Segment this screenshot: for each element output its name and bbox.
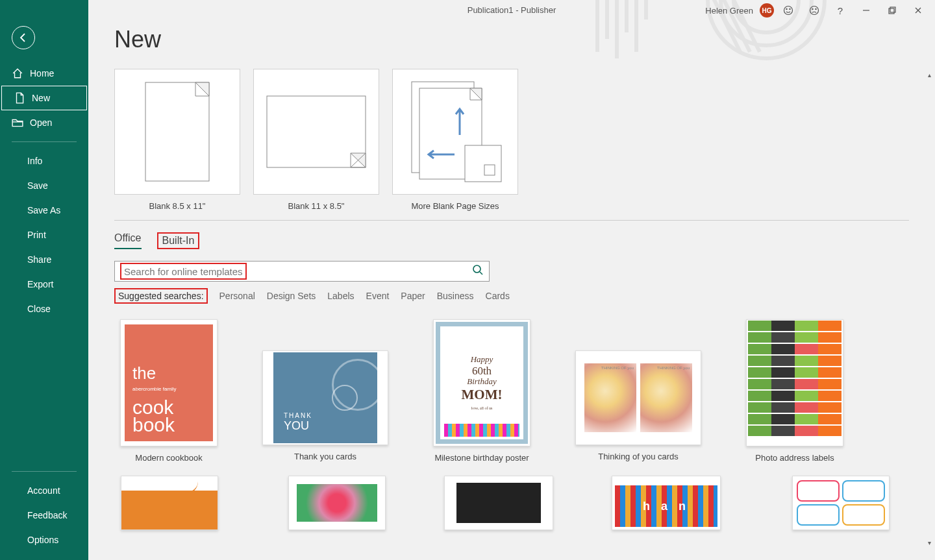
- svg-line-21: [480, 272, 482, 274]
- nav-print[interactable]: Print: [0, 223, 88, 247]
- template-partial[interactable]: [444, 476, 553, 530]
- art-text: the: [132, 363, 205, 383]
- art-text: book: [132, 414, 175, 435]
- svg-rect-18: [465, 145, 501, 182]
- divider: [12, 141, 77, 142]
- nav-options[interactable]: Options: [0, 528, 88, 552]
- nav-new[interactable]: New: [1, 86, 87, 110]
- thumbnail: THANK YOU: [262, 350, 388, 445]
- template-source-tabs: Office Built-In: [114, 232, 909, 249]
- suggested-event[interactable]: Event: [366, 291, 390, 301]
- template-label: Blank 11 x 8.5": [288, 201, 344, 211]
- bottom-nav: Account Feedback Options: [0, 471, 88, 552]
- thumbnail: [253, 69, 379, 195]
- blank-portrait-template[interactable]: Blank 8.5 x 11": [114, 69, 240, 211]
- search-icon[interactable]: [472, 264, 484, 278]
- template-label: Photo address labels: [755, 453, 834, 463]
- suggested-business[interactable]: Business: [437, 291, 474, 301]
- svg-rect-14: [145, 82, 209, 181]
- art-text: MOM!: [462, 387, 503, 402]
- thumbnail: the abercrombie family cookbook: [120, 319, 218, 446]
- search-placeholder: Search for online templates: [120, 263, 247, 280]
- art-text: Happy: [471, 355, 493, 365]
- template-label: Modern cookbook: [135, 453, 202, 463]
- thumbnail: Happy 60th Birthday MOM! love, all of us: [433, 319, 530, 446]
- template-partial[interactable]: [288, 476, 386, 530]
- tab-office[interactable]: Office: [114, 232, 142, 249]
- nav-save-as[interactable]: Save As: [0, 198, 88, 223]
- nav-label: Home: [30, 68, 54, 79]
- nav-close[interactable]: Close: [0, 297, 88, 321]
- suggested-cards[interactable]: Cards: [486, 291, 510, 301]
- nav-home[interactable]: Home: [0, 61, 88, 86]
- template-label: Thank you cards: [294, 452, 356, 461]
- backstage-sidebar: Home New Open Info Save Save As Print Sh…: [0, 0, 88, 560]
- divider: [114, 220, 909, 221]
- svg-rect-19: [484, 165, 495, 175]
- template-label: Blank 8.5 x 11": [149, 201, 205, 211]
- tab-builtin[interactable]: Built-In: [157, 232, 200, 249]
- template-thinking-of-you[interactable]: THINKING OF you THINKING OF you Thinking…: [575, 319, 701, 463]
- thumbnail: [114, 69, 240, 195]
- back-button[interactable]: [12, 26, 35, 49]
- template-label: Thinking of you cards: [598, 452, 679, 461]
- art-text: abercrombie family: [132, 386, 205, 392]
- document-icon: [14, 92, 25, 104]
- blank-landscape-template[interactable]: Blank 11 x 8.5": [253, 69, 379, 211]
- nav-share[interactable]: Share: [0, 247, 88, 272]
- art-text: THINKING OF you: [657, 366, 690, 370]
- art-text: THINKING OF you: [601, 366, 634, 370]
- thumbnail: THINKING OF you THINKING OF you: [575, 350, 701, 445]
- art-text: 60th: [472, 365, 492, 378]
- template-photo-address-labels[interactable]: Photo address labels: [740, 319, 849, 463]
- main-content: New Blank 8.5 x 11" Blank 11 x 8.5": [88, 0, 935, 560]
- suggested-searches: Suggested searches: Personal Design Sets…: [114, 288, 909, 304]
- divider: [12, 471, 77, 472]
- thumbnail: [392, 69, 518, 195]
- template-label: Milestone birthday poster: [434, 453, 529, 463]
- suggested-design-sets[interactable]: Design Sets: [267, 291, 316, 301]
- template-thank-you-cards[interactable]: THANK YOU Thank you cards: [262, 319, 388, 463]
- template-grid-row-2: h a n: [114, 476, 909, 530]
- more-page-sizes[interactable]: More Blank Page Sizes: [392, 69, 518, 211]
- template-milestone-birthday[interactable]: Happy 60th Birthday MOM! love, all of us…: [427, 319, 536, 463]
- template-modern-cookbook[interactable]: the abercrombie family cookbook Modern c…: [114, 319, 223, 463]
- thumbnail: [746, 319, 843, 446]
- nav-feedback[interactable]: Feedback: [0, 503, 88, 528]
- nav-save[interactable]: Save: [0, 173, 88, 198]
- folder-open-icon: [12, 117, 23, 128]
- scroll-down-arrow[interactable]: ▾: [923, 537, 935, 548]
- home-icon: [12, 67, 23, 79]
- nav-info[interactable]: Info: [0, 149, 88, 173]
- page-title: New: [114, 26, 909, 53]
- search-input[interactable]: Search for online templates: [114, 261, 490, 282]
- template-partial[interactable]: [792, 476, 890, 530]
- scroll-up-arrow[interactable]: ▴: [923, 69, 935, 80]
- template-label: More Blank Page Sizes: [411, 201, 499, 211]
- vertical-scrollbar[interactable]: ▴ ▾: [923, 69, 935, 548]
- suggested-paper[interactable]: Paper: [401, 291, 425, 301]
- suggested-label: Suggested searches:: [114, 288, 208, 304]
- art-text: YOU: [284, 419, 309, 433]
- suggested-labels[interactable]: Labels: [327, 291, 354, 301]
- art-text: Birthday: [467, 377, 497, 387]
- template-partial[interactable]: [121, 476, 218, 530]
- nav-account[interactable]: Account: [0, 478, 88, 503]
- nav-export[interactable]: Export: [0, 272, 88, 297]
- nav-label: New: [32, 93, 50, 103]
- template-grid: the abercrombie family cookbook Modern c…: [114, 319, 909, 463]
- art-text: THANK: [284, 412, 312, 419]
- svg-point-20: [473, 265, 480, 273]
- art-text: love, all of us: [471, 406, 493, 411]
- suggested-personal[interactable]: Personal: [219, 291, 255, 301]
- nav-label: Open: [30, 117, 52, 128]
- blank-templates-row: Blank 8.5 x 11" Blank 11 x 8.5": [114, 69, 909, 211]
- template-partial[interactable]: h a n: [612, 476, 721, 530]
- nav-open[interactable]: Open: [0, 110, 88, 135]
